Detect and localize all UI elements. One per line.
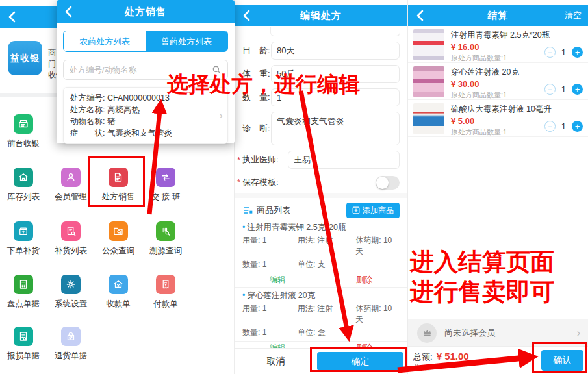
grid-item-trace-query[interactable]: 溯源查询 bbox=[146, 221, 185, 256]
edit-button[interactable]: 编辑 bbox=[235, 275, 321, 286]
member-status-text: 尚未选择会员 bbox=[444, 327, 577, 339]
back-icon[interactable] bbox=[415, 9, 428, 22]
plus-button[interactable]: + bbox=[572, 84, 583, 95]
tab-pesticide-prescriptions[interactable]: 农药处方列表 bbox=[64, 31, 146, 51]
prescription-name: 处方名称: 高烧高热 bbox=[70, 104, 213, 116]
doc-report-icon bbox=[14, 327, 33, 346]
chevron-right-icon: › bbox=[577, 327, 580, 339]
quantity-value: 1 bbox=[561, 121, 566, 131]
weight-input[interactable] bbox=[271, 65, 400, 83]
grid-item-receipt-order[interactable]: 收款单 bbox=[99, 275, 138, 310]
bullet-icon: • bbox=[242, 291, 245, 300]
grid-item-prescription-sales[interactable]: 处方销售 bbox=[99, 168, 138, 203]
checkout-confirm-button[interactable]: 确认 bbox=[541, 350, 583, 371]
search-input[interactable] bbox=[70, 66, 212, 75]
prescription-tabs: 农药处方列表 兽药处方列表 bbox=[63, 31, 228, 52]
prescription-icon bbox=[109, 168, 128, 187]
member-select-row[interactable]: 尚未选择会员 › bbox=[408, 319, 588, 346]
doc-search-icon bbox=[61, 221, 81, 241]
field-save-template: * 保存模板: bbox=[242, 175, 400, 190]
minus-button[interactable]: − bbox=[544, 47, 556, 58]
crown-icon bbox=[417, 323, 437, 343]
tab-veterinary-prescriptions[interactable]: 兽药处方列表 bbox=[146, 31, 227, 51]
cancel-button[interactable]: 取消 bbox=[235, 356, 317, 368]
member-icon bbox=[61, 168, 81, 187]
prescription-card[interactable]: 处方编号: CFAN000000013 处方名称: 高烧高热 动物名称: 猪 症… bbox=[63, 87, 228, 144]
clipped-input[interactable] bbox=[270, 27, 400, 36]
cart-item: 注射用青霉素钾 2.5克*20瓶 ¥ 16.00 原处方商品数量:1 − 1 + bbox=[408, 26, 588, 63]
grid-item-order-restock[interactable]: 下单补货 bbox=[4, 221, 43, 256]
plus-button[interactable]: + bbox=[572, 47, 583, 58]
quantity-input[interactable] bbox=[271, 88, 400, 106]
edit-prescription-panel: 编辑处方 日 龄: 体 重: 数 量: 诊 断: 气囊炎和支气管炎 * 执 bbox=[234, 0, 407, 374]
checkout-title: 结算 bbox=[488, 10, 509, 22]
section-divider bbox=[235, 193, 407, 198]
add-goods-button[interactable]: 添加商品 bbox=[346, 203, 400, 218]
grid-item-inventory-list[interactable]: 库存列表 bbox=[4, 168, 43, 203]
bullet-icon: • bbox=[242, 223, 245, 232]
product-photo bbox=[413, 66, 444, 97]
cash-register-icon bbox=[14, 114, 33, 134]
grid-item-shift-handover[interactable]: 交 接 班 bbox=[146, 168, 185, 203]
prescription-search bbox=[63, 60, 228, 80]
grid-item-member-management[interactable]: 会员管理 bbox=[51, 168, 90, 203]
list-icon bbox=[242, 205, 253, 216]
symptom: 症 状: 气囊炎和支气管炎 bbox=[70, 127, 213, 139]
grid-item-restock-list[interactable]: 补货列表 bbox=[51, 221, 90, 256]
grid-item-loss-orders[interactable]: 报损单据 bbox=[4, 327, 43, 362]
calculator-icon bbox=[14, 275, 33, 294]
grid-item-return-orders[interactable]: 退货单据 bbox=[51, 327, 90, 362]
app-logo: 益收银 bbox=[8, 41, 42, 75]
quantity-value: 1 bbox=[561, 47, 566, 57]
minus-button[interactable]: − bbox=[544, 121, 556, 132]
field-doctor: * 执业医师: bbox=[242, 151, 400, 169]
quantity-value: 1 bbox=[561, 84, 566, 94]
animal-name: 动物名称: 猪 bbox=[70, 116, 213, 127]
home-yen-icon bbox=[109, 275, 128, 294]
receipt-yen-icon bbox=[156, 275, 175, 294]
back-icon[interactable] bbox=[241, 9, 254, 22]
rx-product-row: •注射用青霉素钾 2.5克*20瓶 用量: 1用法: 注射休药期: 10天 数量… bbox=[242, 222, 400, 288]
prescription-sales-overlay: 处方销售 农药处方列表 兽药处方列表 处方编号: CFAN000000013 处… bbox=[57, 0, 235, 143]
minus-button[interactable]: − bbox=[544, 84, 556, 95]
field-diagnosis: 诊 断: 气囊炎和支气管炎 bbox=[242, 112, 400, 145]
checkout-panel: 结算 清空 注射用青霉素钾 2.5克*20瓶 ¥ 16.00 原处方商品数量:1… bbox=[407, 0, 588, 374]
age-input[interactable] bbox=[271, 42, 400, 60]
app-screenshot: 益收银 商 门 收银 前台收银 库存列表 会员管理 处方销售 bbox=[0, 0, 588, 374]
chevron-right-icon: › bbox=[219, 109, 223, 122]
field-quantity: 数 量: bbox=[242, 88, 400, 106]
gear-icon bbox=[61, 275, 81, 294]
plus-button[interactable]: + bbox=[572, 121, 583, 132]
field-age: 日 龄: bbox=[242, 42, 400, 60]
grid-item-system-settings[interactable]: 系统设置 bbox=[51, 275, 90, 310]
back-icon[interactable] bbox=[6, 10, 19, 23]
grid-item-stocktake-orders[interactable]: 盘点单据 bbox=[4, 275, 43, 310]
grid-item-public-query[interactable]: 公众查询 bbox=[99, 221, 138, 256]
rx-product-row: •穿心莲注射液 20克 用量: 1用法: 注射休药期: 10天 数量: 1单位:… bbox=[242, 290, 400, 356]
grid-item-payment-order[interactable]: 付款单 bbox=[146, 275, 185, 310]
grid-item-front-cashier[interactable]: 前台收银 bbox=[4, 114, 43, 149]
doctor-input[interactable] bbox=[288, 151, 400, 169]
clear-button[interactable]: 清空 bbox=[565, 10, 582, 21]
folder-search-icon bbox=[109, 221, 128, 241]
restock-box-icon bbox=[14, 221, 33, 241]
barcode-search-icon bbox=[156, 221, 175, 241]
back-icon[interactable] bbox=[63, 5, 76, 18]
goods-list-header: 商品列表 添加商品 bbox=[242, 201, 400, 219]
delete-button[interactable]: 删除 bbox=[321, 275, 407, 286]
prescription-number: 处方编号: CFAN000000013 bbox=[70, 92, 213, 104]
confirm-button[interactable]: 确定 bbox=[317, 352, 403, 371]
save-template-toggle[interactable] bbox=[376, 176, 400, 190]
shift-swap-icon bbox=[156, 168, 175, 187]
edit-footer: 取消 确定 bbox=[235, 348, 407, 374]
checkout-footer: 总额:¥ 51.00 共3件 确认 bbox=[408, 346, 588, 374]
total-label: 总额: bbox=[413, 352, 433, 362]
cart-item: 穿心莲注射液 20克 ¥ 30.00 原处方商品数量:1 − 1 + bbox=[408, 63, 588, 100]
field-weight: 体 重: bbox=[242, 65, 400, 83]
total-value: ¥ 51.00 bbox=[437, 351, 469, 362]
cart-item: 硫酸庆大霉素注射液 10毫升 ¥ 5.00 原处方商品数量:1 − 1 + bbox=[408, 100, 588, 137]
diagnosis-input[interactable]: 气囊炎和支气管炎 bbox=[271, 112, 400, 145]
required-mark: * bbox=[237, 177, 240, 187]
checkout-header: 结算 清空 bbox=[408, 5, 588, 26]
product-photo bbox=[413, 103, 444, 134]
